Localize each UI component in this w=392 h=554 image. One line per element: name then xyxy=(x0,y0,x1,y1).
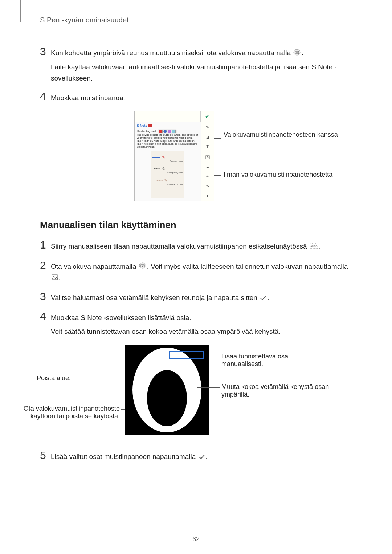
step-number: 3 xyxy=(40,291,51,302)
step-body: Kun kohdetta ympäröivä reunus muuttuu si… xyxy=(51,46,352,84)
step-b5: 5 Lisää valitut osat muistiinpanoon napa… xyxy=(40,450,352,463)
step-number: 4 xyxy=(40,311,51,322)
step-body: Lisää valitut osat muistiinpanoon napaut… xyxy=(51,450,208,463)
svg-point-5 xyxy=(207,156,208,158)
fig1-desc2: Tap ✎ in the S Note widget and write on … xyxy=(137,140,195,142)
check-icon xyxy=(199,452,205,463)
step-body: Ota valokuva napauttamalla . Voit myös v… xyxy=(51,260,352,284)
eraser-icon: ◢ xyxy=(201,132,214,142)
text: Laite käyttää valokuvaan automaattisesti… xyxy=(51,63,337,82)
pen-style-icons xyxy=(158,129,177,134)
svg-rect-3 xyxy=(148,124,152,127)
figure-2-screenshot xyxy=(125,345,209,435)
text: . xyxy=(301,49,303,57)
step-b4: 4 Muokkaa S Note -sovellukseen lisättävi… xyxy=(40,311,352,337)
text: . xyxy=(267,294,269,301)
auto-mode-icon: AUTO xyxy=(310,241,318,252)
step-body: Muokkaa S Note -sovellukseen lisättäviä … xyxy=(51,311,281,337)
step-number: 4 xyxy=(40,91,51,102)
handwriting-label: Handwriting mode xyxy=(137,130,157,133)
text: Muokkaa muistiinpanoa. xyxy=(51,94,125,102)
left-margin-bar xyxy=(20,0,21,22)
fig2-label-r1: Lisää tunnistettava osa manuaalisesti. xyxy=(221,353,323,368)
svg-rect-4 xyxy=(205,156,210,159)
leader-line xyxy=(72,378,125,378)
step-b1: 1 Siirry manuaaliseen tilaan napauttamal… xyxy=(40,239,352,252)
scribble-2: ~~~ ✎ xyxy=(154,167,165,171)
thumb-tag-2: Calligraphy pen xyxy=(167,172,183,174)
leader-line xyxy=(201,357,220,357)
section-heading: Manuaalisen tilan käyttäminen xyxy=(40,219,352,231)
shape-inner xyxy=(147,370,187,426)
figure-1-wrap: ✔ S Note Handwriting mode The device det… xyxy=(40,111,352,205)
figure-2-wrap: Lisää tunnistettava osa manuaalisesti. M… xyxy=(40,345,352,446)
redo-icon: ↷ xyxy=(201,182,214,192)
step-b2: 2 Ota valokuva napauttamalla . Voit myös… xyxy=(40,260,352,284)
svg-point-0 xyxy=(294,49,300,55)
step-number: 3 xyxy=(40,46,51,57)
snote-app-icon xyxy=(148,124,152,128)
step-number: 2 xyxy=(40,260,51,271)
text: . xyxy=(59,274,61,282)
check-icon: ✔ xyxy=(200,111,214,122)
page-header: S Pen -kynän ominaisuudet xyxy=(40,16,352,24)
camera-icon xyxy=(201,152,214,162)
text: Kun kohdetta ympäröivä reunus muuttuu si… xyxy=(51,49,293,57)
step-b3: 3 Valitse haluamasi osa vetämällä kehyks… xyxy=(40,291,352,304)
step-a3: 3 Kun kohdetta ympäröivä reunus muuttuu … xyxy=(40,46,352,84)
resize-frame xyxy=(169,351,204,359)
text-icon: T xyxy=(201,142,214,152)
step-body: Muokkaa muistiinpanoa. xyxy=(51,91,125,103)
fig1-sidebar: ✎ ◢ T ☁ ↶ ↷ ⋮ xyxy=(201,122,214,201)
camera-icon xyxy=(293,48,301,59)
more-icon: ⋮ xyxy=(201,192,214,201)
text: . xyxy=(206,453,208,460)
leader-line xyxy=(214,175,221,176)
fig1-desc1: The device detects the outcome, angle, a… xyxy=(137,134,198,139)
text: Ota valokuva napauttamalla xyxy=(51,263,138,270)
resize-handle-icon xyxy=(170,352,175,357)
gallery-icon xyxy=(52,272,58,283)
camera-icon xyxy=(139,261,146,272)
step-a4: 4 Muokkaa muistiinpanoa. xyxy=(40,91,352,103)
fig1-desc3: Tap ✎ to select a pen style, such as Fou… xyxy=(137,143,198,148)
text: . xyxy=(319,242,321,250)
page-number: 62 xyxy=(0,535,392,543)
fig2-label-l1: Poista alue. xyxy=(36,374,71,382)
snote-label: S Note xyxy=(137,124,147,127)
leader-line xyxy=(121,409,125,410)
text: Lisää valitut osat muistiinpanoon napaut… xyxy=(51,453,198,460)
figure-1-screenshot: ✔ S Note Handwriting mode The device det… xyxy=(134,111,214,201)
check-icon xyxy=(260,293,266,304)
fig1-label-r1: Valokuvamuistiinpanotehosteen kanssa xyxy=(224,131,340,139)
fig2-label-r2: Muuta kokoa vetämällä kehystä osan ympär… xyxy=(221,383,330,398)
cloud-icon: ☁ xyxy=(201,162,214,172)
step-body: Siirry manuaaliseen tilaan napauttamalla… xyxy=(51,239,321,252)
leader-line xyxy=(214,138,221,139)
svg-point-8 xyxy=(139,263,146,268)
text: Muokkaa S Note -sovellukseen lisättäviä … xyxy=(51,314,191,321)
fig2-label-l2: Ota valokuvamuistiinpanotehoste käyttöön… xyxy=(18,405,120,420)
page: S Pen -kynän ominaisuudet 3 Kun kohdetta… xyxy=(0,0,392,554)
text: Siirry manuaaliseen tilaan napauttamalla… xyxy=(51,242,309,250)
step-body: Valitse haluamasi osa vetämällä kehyksen… xyxy=(51,291,269,304)
thumb-tag-3: Calligraphy pen xyxy=(167,183,183,186)
thumb-tag-1: Fountain pen xyxy=(170,160,183,163)
pen-icon: ✎ xyxy=(201,122,214,132)
fig1-label-r2: Ilman valokuvamuistiinpanotehostetta xyxy=(224,171,340,178)
text: Voit säätää tunnistettavan osan kokoa ve… xyxy=(51,328,281,335)
text: Valitse haluamasi osa vetämällä kehyksen… xyxy=(51,294,259,301)
fig1-main: S Note Handwriting mode The device detec… xyxy=(135,122,201,201)
leader-line xyxy=(197,387,220,388)
fig1-thumb: ~~~ ✎ Fountain pen ~~~ ✎ Calligraphy pen… xyxy=(151,151,184,198)
step-number: 5 xyxy=(40,450,51,461)
text: . Voit myös valita laitteeseen tallennet… xyxy=(147,263,348,270)
scribble-1: ~~~ ✎ xyxy=(154,155,165,160)
step-number: 1 xyxy=(40,239,51,250)
resize-handle-icon xyxy=(197,353,203,358)
svg-text:AUTO: AUTO xyxy=(310,245,318,247)
undo-icon: ↶ xyxy=(201,172,214,182)
scribble-3: ~~~ ✎ xyxy=(156,178,167,183)
